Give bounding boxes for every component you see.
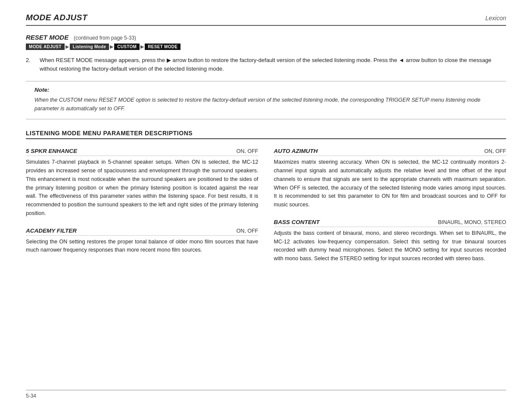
param-desc-azimuth: Maximizes matrix steering accuracy. When… (274, 158, 507, 209)
breadcrumb-mode-adjust: MODE ADJUST (26, 44, 65, 50)
step-text: When RESET MODE message appears, press t… (40, 56, 506, 73)
param-name-academy: ACADEMY FILTER (26, 227, 77, 234)
left-column: 5 SPKR ENHANCE ON, OFF Simulates 7-chann… (26, 148, 258, 273)
page-number: 5-34 (26, 393, 36, 399)
page-footer: 5-34 (26, 390, 506, 399)
param-desc-bass: Adjusts the bass content of binaural, mo… (274, 229, 507, 263)
param-options-bass: BINAURL, MONO, STEREO (438, 219, 506, 225)
breadcrumb-arrow-2: ▶ (109, 44, 114, 50)
reset-mode-title: RESET MODE (continued from page 5-33) (26, 34, 506, 41)
listening-section-header: LISTENING MODE MENU PARAMETER DESCRIPTIO… (26, 130, 506, 139)
param-header-bass: BASS CONTENT BINAURL, MONO, STEREO (274, 219, 507, 227)
param-5-spkr-enhance: 5 SPKR ENHANCE ON, OFF Simulates 7-chann… (26, 148, 258, 218)
page-title: MODE ADJUST (26, 13, 87, 22)
breadcrumb-bar: MODE ADJUST ▶ Listening Mode ▶ CUSTOM ▶ … (26, 44, 506, 50)
param-options-azimuth: ON, OFF (484, 148, 506, 154)
param-options-academy: ON, OFF (236, 228, 258, 234)
param-desc-academy: Selecting the ON setting restores the pr… (26, 238, 258, 255)
param-name-azimuth: AUTO AZIMUTH (274, 148, 318, 154)
param-academy-filter: ACADEMY FILTER ON, OFF Selecting the ON … (26, 227, 258, 255)
continued-label: (continued from page 5-33) (74, 35, 136, 41)
note-box: Note: When the CUSTOM menu RESET MODE op… (26, 81, 506, 119)
step-number: 2. (26, 56, 34, 73)
param-columns: 5 SPKR ENHANCE ON, OFF Simulates 7-chann… (26, 148, 506, 273)
note-text: When the CUSTOM menu RESET MODE option i… (34, 96, 498, 113)
page-header: MODE ADJUST Lexicon (26, 13, 506, 26)
param-name-bass: BASS CONTENT (274, 219, 320, 225)
param-header-azimuth: AUTO AZIMUTH ON, OFF (274, 148, 507, 156)
brand-label: Lexicon (485, 15, 506, 22)
param-header-academy: ACADEMY FILTER ON, OFF (26, 227, 258, 236)
step-2-block: 2. When RESET MODE message appears, pres… (26, 56, 506, 73)
note-label: Note: (34, 87, 498, 93)
param-desc-5spkr: Simulates 7-channel playback in 5-channe… (26, 158, 258, 218)
param-header-5spkr: 5 SPKR ENHANCE ON, OFF (26, 148, 258, 156)
param-auto-azimuth: AUTO AZIMUTH ON, OFF Maximizes matrix st… (274, 148, 507, 209)
right-column: AUTO AZIMUTH ON, OFF Maximizes matrix st… (274, 148, 507, 273)
breadcrumb-listening-mode: Listening Mode (70, 44, 109, 50)
breadcrumb-arrow-1: ▶ (65, 44, 70, 50)
param-name-5spkr: 5 SPKR ENHANCE (26, 148, 77, 154)
breadcrumb-reset-mode: RESET MODE (145, 44, 180, 50)
param-bass-content: BASS CONTENT BINAURL, MONO, STEREO Adjus… (274, 219, 507, 263)
param-options-5spkr: ON, OFF (236, 148, 258, 154)
breadcrumb-custom: CUSTOM (114, 44, 140, 50)
breadcrumb-arrow-3: ▶ (140, 44, 145, 50)
